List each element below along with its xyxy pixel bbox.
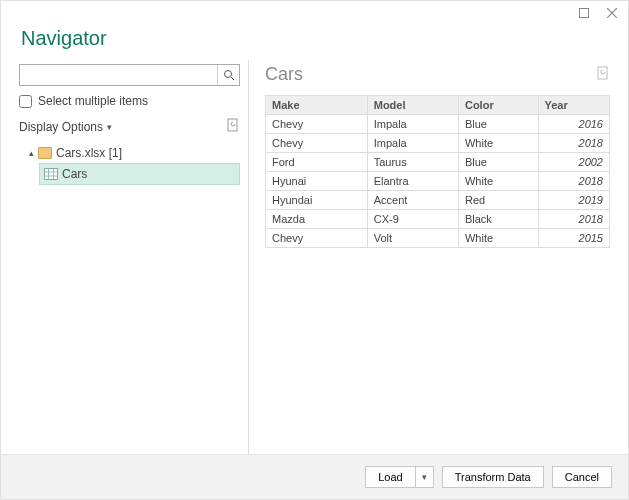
- table-cell: 2002: [538, 153, 609, 172]
- select-multiple-label: Select multiple items: [38, 94, 148, 108]
- tree-root-label: Cars.xlsx [1]: [56, 146, 122, 160]
- table-cell: Mazda: [266, 210, 368, 229]
- column-header: Make: [266, 96, 368, 115]
- table-cell: Chevy: [266, 229, 368, 248]
- folder-icon: [38, 147, 52, 159]
- table-cell: Hyunai: [266, 172, 368, 191]
- chevron-down-icon: ▾: [107, 122, 112, 132]
- preview-title: Cars: [265, 64, 303, 85]
- table-cell: Impala: [367, 134, 458, 153]
- load-dropdown-arrow[interactable]: ▾: [416, 466, 434, 488]
- table-cell: 2015: [538, 229, 609, 248]
- svg-rect-11: [598, 67, 607, 79]
- right-panel: Cars MakeModelColorYear ChevyImpalaBlue2…: [249, 60, 628, 455]
- table-row[interactable]: HyunaiElantraWhite2018: [266, 172, 610, 191]
- table-cell: Chevy: [266, 134, 368, 153]
- table-cell: 2018: [538, 210, 609, 229]
- table-cell: Ford: [266, 153, 368, 172]
- cancel-button[interactable]: Cancel: [552, 466, 612, 488]
- header: Navigator: [1, 25, 628, 60]
- table-row[interactable]: ChevyVoltWhite2015: [266, 229, 610, 248]
- svg-line-4: [231, 77, 234, 80]
- table-cell: 2018: [538, 134, 609, 153]
- footer: Load ▾ Transform Data Cancel: [1, 454, 628, 499]
- preview-refresh-icon[interactable]: [596, 66, 610, 83]
- table-cell: Chevy: [266, 115, 368, 134]
- load-button[interactable]: Load: [365, 466, 415, 488]
- tree-root-item[interactable]: ▴ Cars.xlsx [1]: [25, 143, 240, 163]
- table-cell: 2019: [538, 191, 609, 210]
- table-row[interactable]: ChevyImpalaBlue2016: [266, 115, 610, 134]
- table-cell: Blue: [458, 153, 538, 172]
- table-cell: White: [458, 134, 538, 153]
- tree-leaf-item[interactable]: Cars: [39, 163, 240, 185]
- table-cell: Volt: [367, 229, 458, 248]
- select-multiple-checkbox[interactable]: [19, 95, 32, 108]
- column-header: Color: [458, 96, 538, 115]
- table-icon: [44, 168, 58, 180]
- search-box[interactable]: [19, 64, 240, 86]
- table-cell: Taurus: [367, 153, 458, 172]
- table-cell: Elantra: [367, 172, 458, 191]
- table-cell: White: [458, 172, 538, 191]
- table-row[interactable]: MazdaCX-9Black2018: [266, 210, 610, 229]
- column-header: Year: [538, 96, 609, 115]
- table-cell: White: [458, 229, 538, 248]
- page-title: Navigator: [21, 27, 608, 50]
- search-icon[interactable]: [217, 65, 239, 85]
- left-panel: Select multiple items Display Options ▾ …: [1, 60, 249, 455]
- table-cell: Black: [458, 210, 538, 229]
- select-multiple-row[interactable]: Select multiple items: [19, 94, 240, 108]
- table-cell: Accent: [367, 191, 458, 210]
- preview-table: MakeModelColorYear ChevyImpalaBlue2016Ch…: [265, 95, 610, 248]
- svg-rect-0: [580, 9, 589, 18]
- svg-rect-5: [228, 119, 237, 131]
- table-cell: CX-9: [367, 210, 458, 229]
- maximize-icon[interactable]: [576, 5, 592, 21]
- table-cell: 2018: [538, 172, 609, 191]
- refresh-icon[interactable]: [226, 118, 240, 135]
- svg-rect-6: [45, 169, 58, 180]
- titlebar: [1, 1, 628, 25]
- table-cell: Blue: [458, 115, 538, 134]
- column-header: Model: [367, 96, 458, 115]
- table-row[interactable]: FordTaurusBlue2002: [266, 153, 610, 172]
- caret-down-icon: ▴: [29, 148, 34, 158]
- display-options-dropdown[interactable]: Display Options ▾: [19, 120, 112, 134]
- table-cell: Hyundai: [266, 191, 368, 210]
- close-icon[interactable]: [604, 5, 620, 21]
- load-split-button[interactable]: Load ▾: [365, 466, 433, 488]
- table-row[interactable]: HyundaiAccentRed2019: [266, 191, 610, 210]
- table-cell: Impala: [367, 115, 458, 134]
- tree-leaf-label: Cars: [62, 167, 87, 181]
- display-options-label: Display Options: [19, 120, 103, 134]
- table-cell: Red: [458, 191, 538, 210]
- table-row[interactable]: ChevyImpalaWhite2018: [266, 134, 610, 153]
- transform-data-button[interactable]: Transform Data: [442, 466, 544, 488]
- table-cell: 2016: [538, 115, 609, 134]
- svg-point-3: [224, 71, 231, 78]
- search-input[interactable]: [20, 65, 217, 85]
